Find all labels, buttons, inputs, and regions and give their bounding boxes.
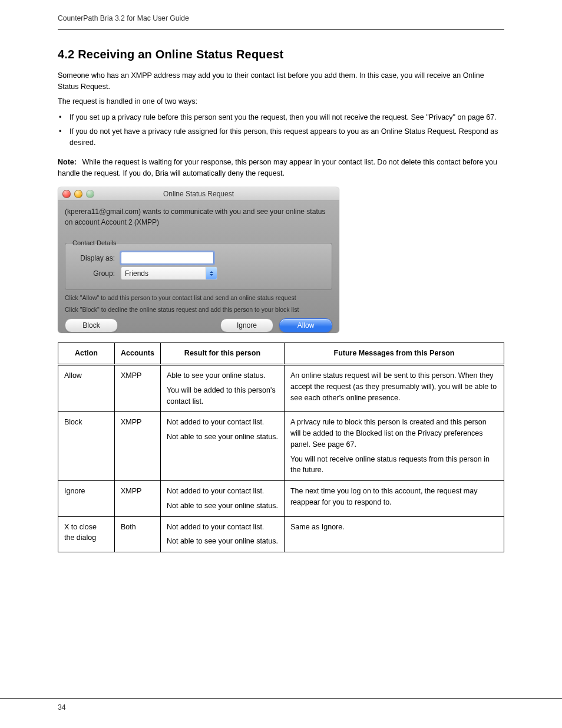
intro-p1: Someone who has an XMPP address may add … (58, 70, 504, 93)
cell-result: Not added to your contact list.Not able … (160, 516, 284, 552)
cell-accounts: XMPP (115, 412, 161, 481)
cell-future: The next time you log on to this account… (284, 481, 504, 517)
cell-result: Not added to your contact list.Not able … (160, 412, 284, 481)
col-result: Result for this person (160, 343, 284, 365)
display-as-label: Display as: (72, 253, 115, 263)
col-accounts: Accounts (115, 343, 161, 365)
group-select-value: Friends (125, 268, 148, 279)
cell-result: Able to see your online status.You will … (160, 365, 284, 412)
contact-details-fieldset: Contact Details Display as: Group: Frien… (65, 243, 332, 290)
cell-future: An online status request will be sent to… (284, 365, 504, 412)
note: Note: While the request is waiting for y… (58, 157, 504, 179)
group-row: Group: Friends (72, 266, 325, 280)
table-body: AllowXMPPAble to see your online status.… (58, 365, 504, 552)
titlebar: Online Status Request (58, 187, 339, 201)
header-left: CounterPath Bria 3.2 for Mac User Guide (58, 13, 189, 24)
bullet-list: If you set up a privacy rule before this… (59, 112, 504, 149)
cell-action: Allow (58, 365, 115, 412)
page-footer: 34 (0, 698, 562, 713)
cell-result: Not added to your contact list.Not able … (160, 481, 284, 517)
table-row: X to close the dialogBothNot added to yo… (58, 516, 504, 552)
display-as-row: Display as: (72, 252, 325, 264)
table-row: AllowXMPPAble to see your online status.… (58, 365, 504, 412)
hint-block: Click "Block" to decline the online stat… (65, 305, 332, 314)
table-row: BlockXMPPNot added to your contact list.… (58, 412, 504, 481)
cell-action: Ignore (58, 481, 115, 517)
note-text: While the request is waiting for your re… (58, 158, 497, 177)
online-status-request-dialog: Online Status Request (kperera11@gmail.c… (58, 187, 339, 333)
intro-p2: The request is handled in one of two way… (58, 96, 504, 107)
cell-future: A privacy rule to block this person is c… (284, 412, 504, 481)
display-as-input[interactable] (121, 252, 214, 264)
cell-future: Same as Ignore. (284, 516, 504, 552)
col-action: Action (58, 343, 115, 365)
page: CounterPath Bria 3.2 for Mac User Guide … (0, 0, 562, 728)
note-label: Note: (58, 158, 77, 166)
page-number: 34 (58, 702, 66, 713)
cell-action: X to close the dialog (58, 516, 115, 552)
header-rule (58, 29, 504, 30)
allow-button[interactable]: Allow (279, 318, 332, 332)
cell-accounts: XMPP (115, 481, 161, 517)
section-title: 4.2 Receiving an Online Status Request (58, 45, 504, 63)
group-label: Group: (72, 268, 115, 279)
dialog-buttons: Block Ignore Allow (65, 318, 332, 332)
group-select[interactable]: Friends (121, 266, 217, 280)
fieldset-legend: Contact Details (70, 238, 119, 248)
page-header: CounterPath Bria 3.2 for Mac User Guide (58, 12, 504, 29)
actions-table: Action Accounts Result for this person F… (58, 342, 504, 552)
table-header-row: Action Accounts Result for this person F… (58, 343, 504, 365)
cell-accounts: XMPP (115, 365, 161, 412)
dialog-title: Online Status Request (58, 189, 339, 199)
bullet-item: If you do not yet have a privacy rule as… (59, 126, 504, 149)
block-button[interactable]: Block (65, 318, 118, 332)
chevron-updown-icon (206, 267, 217, 279)
dialog-body: (kperera11@gmail.com) wants to communica… (58, 201, 339, 333)
dialog-message: (kperera11@gmail.com) wants to communica… (65, 207, 332, 228)
cell-action: Block (58, 412, 115, 481)
col-future: Future Messages from this Person (284, 343, 504, 365)
cell-accounts: Both (115, 516, 161, 552)
figure: Online Status Request (kperera11@gmail.c… (58, 187, 504, 333)
content-column: CounterPath Bria 3.2 for Mac User Guide … (58, 0, 504, 552)
hint-allow: Click "Allow" to add this person to your… (65, 294, 332, 302)
bullet-item: If you set up a privacy rule before this… (59, 112, 504, 123)
table-row: IgnoreXMPPNot added to your contact list… (58, 481, 504, 517)
ignore-button[interactable]: Ignore (220, 318, 273, 332)
